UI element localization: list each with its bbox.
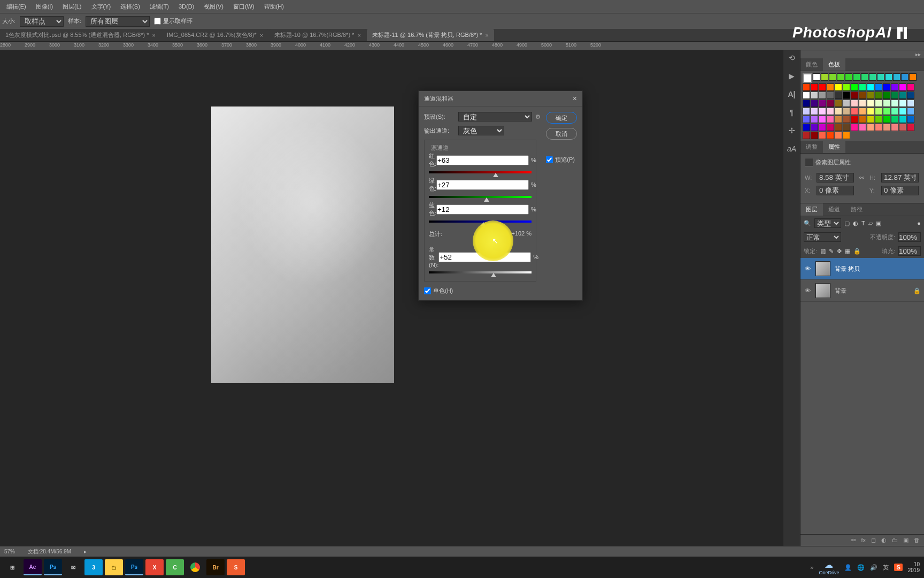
x-input[interactable] (817, 186, 854, 195)
lock-all-icon[interactable]: 🔒 (853, 248, 861, 255)
ok-button[interactable]: 确定 (546, 112, 577, 124)
clock[interactable]: 102019 (908, 561, 920, 573)
lock-artboard-icon[interactable]: ▦ (845, 248, 850, 255)
tab-layers[interactable]: 图层 (800, 203, 823, 216)
color-swatch[interactable] (899, 124, 906, 131)
layer-row-bg[interactable]: 👁 背景 🔒 (800, 280, 924, 302)
menu-filter[interactable]: 滤镜(T) (145, 1, 173, 13)
color-swatch[interactable] (845, 73, 852, 81)
filter-pixel-icon[interactable]: ▢ (844, 220, 850, 227)
color-swatch[interactable] (835, 83, 842, 91)
history-icon[interactable]: ⟲ (789, 54, 795, 62)
explorer-icon[interactable]: 🗀 (105, 559, 123, 575)
monochrome-checkbox[interactable]: 单色(H) (424, 287, 577, 295)
lock-paint-icon[interactable]: ✎ (829, 248, 834, 255)
color-swatch[interactable] (907, 116, 914, 123)
collapse-icon[interactable]: ▸▸ (800, 50, 924, 58)
color-swatch[interactable] (853, 73, 860, 81)
filter-toggle-icon[interactable]: ● (917, 220, 921, 226)
styles-icon[interactable]: аА (787, 144, 796, 153)
monochrome-check[interactable] (424, 287, 431, 294)
doc-size[interactable]: 文档:28.4M/56.9M (28, 548, 71, 556)
tab-paths[interactable]: 路径 (845, 203, 868, 216)
color-swatch[interactable] (875, 116, 882, 123)
color-swatch[interactable] (883, 116, 890, 123)
doc-tab-0[interactable]: 1色灰度模式对比.psd @ 8.55% (通道混合器, RGB/8*) *× (0, 29, 161, 41)
color-swatch[interactable] (875, 108, 882, 115)
bridge-icon[interactable]: Br (206, 559, 225, 575)
color-swatch[interactable] (827, 108, 834, 115)
layer-name[interactable]: 背景 拷贝 (835, 265, 860, 273)
visibility-icon[interactable]: 👁 (804, 265, 811, 272)
play-icon[interactable]: ▶ (789, 72, 795, 80)
output-channel-select[interactable]: 灰色 (458, 126, 504, 135)
gear-icon[interactable]: ⚙ (535, 113, 541, 120)
adjustment-icon[interactable]: ◐ (881, 537, 887, 544)
menu-3d[interactable]: 3D(D) (174, 1, 198, 12)
tab-channels[interactable]: 通道 (823, 203, 845, 216)
color-swatch[interactable] (837, 73, 844, 81)
color-swatch[interactable] (891, 116, 898, 123)
layer-thumbnail[interactable] (815, 283, 830, 298)
photoshop-icon[interactable]: Ps (44, 559, 62, 575)
color-swatch[interactable] (835, 132, 842, 139)
color-swatch[interactable] (867, 100, 874, 107)
color-swatch[interactable] (891, 83, 898, 91)
new-layer-icon[interactable]: ▣ (903, 537, 908, 544)
preview-checkbox[interactable]: 预览(P) (546, 156, 575, 164)
color-swatch[interactable] (813, 73, 820, 81)
color-swatch[interactable] (803, 132, 810, 139)
color-swatch[interactable] (811, 92, 818, 99)
color-swatch[interactable] (851, 108, 858, 115)
preview-check[interactable] (546, 156, 553, 163)
color-swatch[interactable] (869, 73, 876, 81)
color-swatch[interactable] (811, 100, 818, 107)
color-swatch[interactable] (819, 124, 826, 131)
filter-shape-icon[interactable]: ▱ (868, 220, 873, 227)
people-icon[interactable]: 👤 (844, 564, 852, 571)
color-swatch[interactable] (867, 124, 874, 131)
red-slider[interactable] (429, 169, 532, 176)
menu-image[interactable]: 图像(I) (32, 1, 57, 13)
color-swatch[interactable] (859, 124, 866, 131)
paragraph-icon[interactable]: ¶ (790, 108, 794, 117)
color-swatch[interactable] (867, 108, 874, 115)
color-swatch[interactable] (899, 92, 906, 99)
color-swatch[interactable] (835, 124, 842, 131)
color-swatch[interactable] (843, 116, 850, 123)
color-swatch[interactable] (803, 83, 810, 91)
lock-pos-icon[interactable]: ✥ (837, 248, 842, 255)
menu-window[interactable]: 窗口(W) (229, 1, 259, 13)
filter-type-icon[interactable]: T (861, 220, 865, 226)
color-swatch[interactable] (883, 83, 890, 91)
lock-trans-icon[interactable]: ▨ (820, 248, 826, 255)
group-icon[interactable]: 🗀 (892, 537, 898, 544)
3dsmax-icon[interactable]: 3 (84, 559, 103, 575)
color-swatch[interactable] (899, 108, 906, 115)
ime-icon[interactable]: 英 (883, 564, 889, 572)
color-swatch[interactable] (859, 116, 866, 123)
color-swatch[interactable] (811, 108, 818, 115)
show-ring-checkbox[interactable]: 显示取样环 (154, 17, 192, 25)
color-swatch[interactable] (899, 83, 906, 91)
menu-help[interactable]: 帮助(H) (260, 1, 288, 13)
chrome-icon[interactable] (186, 559, 204, 575)
constant-slider[interactable] (429, 269, 532, 276)
tray-expand-icon[interactable]: » (810, 564, 813, 571)
color-swatch[interactable] (811, 132, 818, 139)
network-icon[interactable]: 🌐 (857, 564, 865, 571)
cancel-button[interactable]: 取消 (546, 128, 577, 140)
visibility-icon[interactable]: 👁 (804, 287, 811, 294)
filter-smart-icon[interactable]: ▣ (876, 220, 881, 227)
color-swatch[interactable] (907, 92, 914, 99)
color-swatch[interactable] (859, 92, 866, 99)
sample-size-select[interactable]: 取样点 (20, 16, 64, 27)
menu-view[interactable]: 视图(V) (199, 1, 228, 13)
layer-row-copy[interactable]: 👁 背景 拷贝 (800, 258, 924, 280)
color-swatch[interactable] (907, 100, 914, 107)
tab-properties[interactable]: 属性 (823, 141, 845, 153)
sogou-icon[interactable]: S (894, 564, 902, 571)
color-swatch[interactable] (891, 108, 898, 115)
height-input[interactable] (881, 173, 919, 182)
color-swatch[interactable] (827, 124, 834, 131)
